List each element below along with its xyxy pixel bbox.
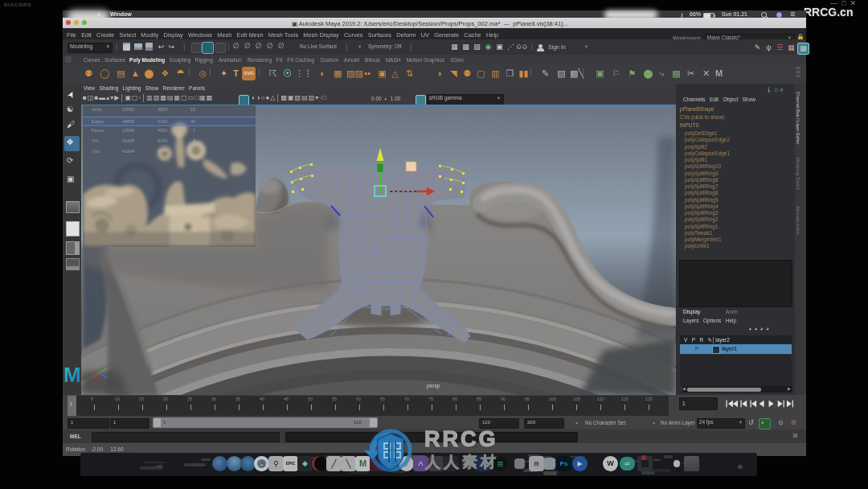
svg-text:UVs: UVs: [92, 149, 100, 154]
svg-text:26368: 26368: [122, 138, 134, 143]
svg-text:persp: persp: [427, 383, 440, 389]
svg-text:41864: 41864: [122, 149, 134, 154]
svg-text:Edges: Edges: [92, 119, 104, 124]
svg-text:13582: 13582: [122, 107, 134, 112]
svg-text:13586: 13586: [122, 128, 134, 133]
svg-text:9184: 9184: [158, 138, 167, 143]
svg-text:4592: 4592: [158, 128, 167, 133]
svg-text:46: 46: [190, 119, 195, 124]
svg-text:9184: 9184: [158, 119, 167, 124]
svg-text:44868: 44868: [122, 119, 134, 124]
svg-text:6777: 6777: [158, 149, 167, 154]
svg-text:Verts: Verts: [92, 107, 102, 112]
svg-text:2: 2: [193, 128, 195, 133]
svg-text:Faces: Faces: [92, 128, 104, 133]
svg-text:Tris: Tris: [92, 138, 99, 143]
svg-text:4: 4: [193, 138, 195, 143]
svg-text:4594: 4594: [158, 107, 167, 112]
svg-text:16: 16: [190, 107, 195, 112]
